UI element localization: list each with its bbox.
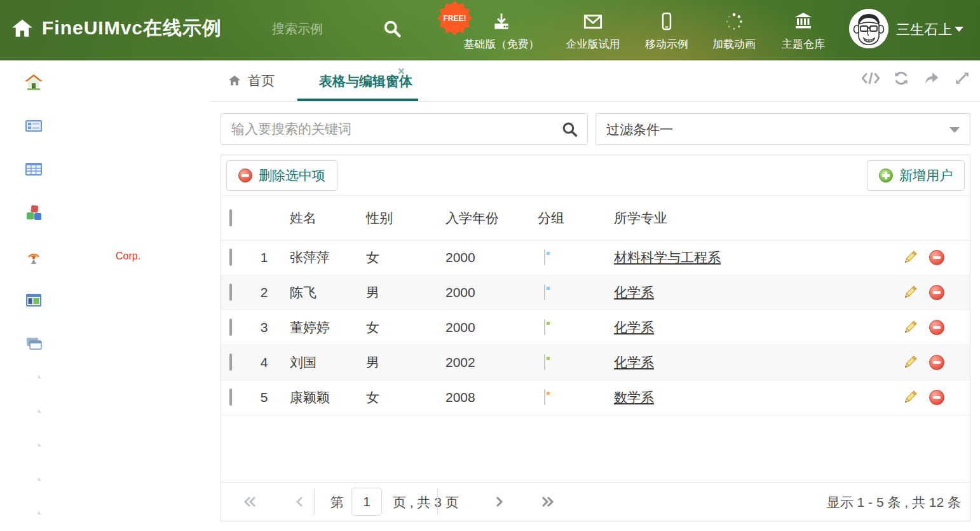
table-row: 5 康颖颖 女 2008 数学系 <box>221 380 970 415</box>
major-link[interactable]: 化学系 <box>614 355 654 369</box>
page-label-prefix: 第 <box>330 493 344 511</box>
edit-pencil-icon[interactable] <box>902 355 918 370</box>
table-header-row: 姓名 性别 入学年份 分组 所学专业 <box>221 196 970 240</box>
tab-close-icon[interactable]: × <box>398 66 405 77</box>
expand-icon[interactable] <box>953 69 971 87</box>
major-link[interactable]: 化学系 <box>614 285 654 300</box>
delete-row-icon[interactable] <box>929 390 944 405</box>
corp-badge: Corp. <box>116 251 140 262</box>
tab-toolbar <box>862 69 971 87</box>
row-checkbox[interactable] <box>229 319 232 336</box>
chevron-right-icon <box>192 77 198 87</box>
row-checkbox[interactable] <box>229 389 232 406</box>
row-checkbox[interactable] <box>229 249 232 266</box>
file-icon <box>29 409 43 424</box>
row-number: 5 <box>250 390 278 405</box>
sidebar-subitem-child-to-parent-2[interactable]: 子窗口向父窗口传值... <box>0 502 210 531</box>
last-page-icon[interactable] <box>539 493 555 510</box>
sidebar-item-mobile-controls[interactable]: 移动控件 Corp. <box>0 235 210 279</box>
cell-year: 2000 <box>446 285 538 300</box>
column-header-gender[interactable]: 性别 <box>366 209 446 227</box>
delete-selected-button[interactable]: 删除选中项 <box>226 160 337 191</box>
cell-year: 2008 <box>446 390 538 405</box>
user-menu-caret-icon[interactable] <box>955 27 963 32</box>
app-header: FineUIMvc在线示例 基础版（免费） 企业版试用 移动示例 加载动画 主题… <box>0 0 980 60</box>
refresh-icon[interactable] <box>892 69 910 87</box>
cell-gender: 男 <box>366 354 446 371</box>
edit-pencil-icon[interactable] <box>902 390 918 405</box>
sidebar-item-basic-usage[interactable]: 基本用法 <box>0 60 210 104</box>
sidebar: 基本用法 表单控件 表格控件 更多控件 移动控件 Corp. 页面布局 <box>0 60 210 531</box>
delete-row-icon[interactable] <box>929 355 944 370</box>
table-row: 1 张萍萍 女 2000 材料科学与工程系 <box>221 240 970 275</box>
keyword-search-input[interactable] <box>231 114 555 144</box>
cell-year: 2000 <box>446 250 538 265</box>
table-row: 4 刘国 男 2002 化学系 <box>221 345 970 380</box>
column-header-group[interactable]: 分组 <box>538 209 614 227</box>
user-name[interactable]: 三生石上 <box>896 20 952 39</box>
row-checkbox[interactable] <box>229 284 232 301</box>
spinner-icon <box>699 9 769 33</box>
table-row: 3 董婷婷 女 2000 化学系 <box>221 310 970 345</box>
home-logo-icon[interactable] <box>10 17 34 43</box>
major-link[interactable]: 数学系 <box>614 390 654 404</box>
page-label-suffix: 页 , 共 3 页 <box>393 493 459 511</box>
open-in-new-icon[interactable] <box>923 69 941 87</box>
nav-item-mobile-demo[interactable]: 移动示例 <box>632 9 702 52</box>
sidebar-item-more-controls[interactable]: 更多控件 <box>0 191 210 235</box>
cell-name: 刘国 <box>278 354 366 371</box>
row-number: 4 <box>250 355 278 370</box>
major-link[interactable]: 材料科学与工程系 <box>614 250 721 265</box>
delete-row-icon[interactable] <box>929 320 944 335</box>
pagination-divider <box>314 488 315 515</box>
sidebar-item-page-layout[interactable]: 页面布局 <box>0 279 210 322</box>
first-page-icon[interactable] <box>242 493 259 510</box>
tag-icon <box>544 389 545 405</box>
nav-item-loading-animation[interactable]: 加载动画 <box>699 9 769 52</box>
nav-item-theme-store[interactable]: 主题仓库 <box>768 9 838 52</box>
column-header-major[interactable]: 所学专业 <box>614 209 897 227</box>
next-page-icon[interactable] <box>491 493 507 510</box>
page-number-input[interactable] <box>351 488 382 516</box>
row-checkbox[interactable] <box>229 354 232 371</box>
sidebar-item-form-controls[interactable]: 表单控件 <box>0 104 210 148</box>
tab-home[interactable]: 首页 <box>228 72 275 90</box>
header-search-icon[interactable] <box>383 19 402 41</box>
sidebar-subitem-grid-edit-window-2[interactable]: 表格与编辑窗体（不... <box>0 434 210 468</box>
edit-pencil-icon[interactable] <box>902 250 918 265</box>
file-icon <box>29 511 43 526</box>
nav-item-enterprise-trial[interactable]: 企业版试用 <box>545 9 641 52</box>
cell-year: 2000 <box>446 320 538 335</box>
edit-pencil-icon[interactable] <box>902 320 918 335</box>
source-code-icon[interactable] <box>862 69 880 87</box>
grid-empty-area <box>221 415 970 482</box>
search-icon[interactable] <box>561 121 578 141</box>
edit-pencil-icon[interactable] <box>902 285 918 300</box>
layout-icon <box>24 291 43 310</box>
sidebar-subitem-popup-window[interactable]: 弹出窗体（本页面或... <box>0 366 210 400</box>
chevron-right-icon <box>192 208 198 218</box>
chevron-down-icon <box>189 341 201 347</box>
file-icon <box>29 443 43 458</box>
column-header-name[interactable]: 姓名 <box>278 209 366 227</box>
delete-row-icon[interactable] <box>929 285 944 300</box>
sidebar-subitem-grid-edit-window[interactable]: 表格与编辑窗体 <box>0 399 210 434</box>
avatar[interactable] <box>849 9 888 48</box>
filter-dropdown[interactable]: 过滤条件一 <box>595 113 970 145</box>
sidebar-item-grid-controls[interactable]: 表格控件 <box>0 148 210 191</box>
house-icon <box>24 72 43 92</box>
sidebar-subitem-child-to-parent[interactable]: 子窗口向父窗口传值 <box>0 467 210 502</box>
cell-year: 2002 <box>446 355 538 370</box>
table-icon <box>24 160 43 179</box>
header-search-input[interactable] <box>272 18 374 39</box>
prev-page-icon[interactable] <box>292 493 308 510</box>
file-icon <box>29 477 43 492</box>
major-link[interactable]: 化学系 <box>614 320 654 334</box>
column-header-year[interactable]: 入学年份 <box>446 209 538 227</box>
sidebar-item-iframe[interactable]: 内联框架 <box>0 322 210 366</box>
file-icon <box>29 375 43 390</box>
add-user-button[interactable]: 新增用户 <box>867 160 965 191</box>
select-all-checkbox[interactable] <box>229 209 232 226</box>
tab-grid-edit-window[interactable]: 表格与编辑窗体 <box>297 60 434 102</box>
delete-row-icon[interactable] <box>929 250 944 265</box>
